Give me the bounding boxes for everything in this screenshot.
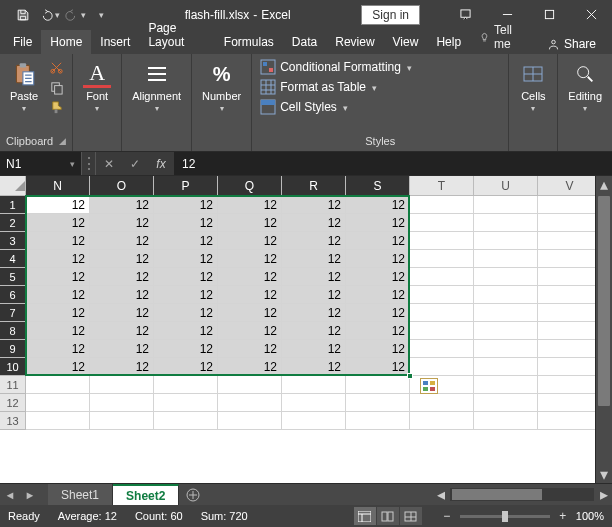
cell[interactable]: 12 <box>346 358 410 376</box>
copy-icon[interactable] <box>46 78 66 96</box>
cell[interactable] <box>538 250 595 268</box>
conditional-formatting-button[interactable]: Conditional Formatting <box>258 58 414 76</box>
cell[interactable] <box>538 376 595 394</box>
scroll-right-icon[interactable]: ▸ <box>595 485 612 504</box>
cell[interactable] <box>154 376 218 394</box>
redo-icon[interactable] <box>62 4 88 26</box>
cell[interactable] <box>474 286 538 304</box>
cell[interactable] <box>474 322 538 340</box>
cell[interactable]: 12 <box>346 304 410 322</box>
cell[interactable] <box>410 412 474 430</box>
cell[interactable]: 12 <box>346 286 410 304</box>
zoom-slider[interactable] <box>460 515 550 518</box>
row-header[interactable]: 11 <box>0 376 26 394</box>
cancel-formula-icon[interactable]: ✕ <box>96 157 122 171</box>
cell[interactable]: 12 <box>218 232 282 250</box>
cell[interactable] <box>346 376 410 394</box>
cell[interactable] <box>474 376 538 394</box>
clipboard-launcher-icon[interactable]: ◢ <box>59 136 66 146</box>
cell[interactable]: 12 <box>26 196 90 214</box>
tab-data[interactable]: Data <box>283 30 326 54</box>
select-all-corner[interactable] <box>0 176 26 196</box>
cell[interactable]: 12 <box>282 268 346 286</box>
cell[interactable] <box>474 214 538 232</box>
tab-insert[interactable]: Insert <box>91 30 139 54</box>
tab-page-layout[interactable]: Page Layout <box>139 16 214 54</box>
cell[interactable] <box>474 358 538 376</box>
cell[interactable] <box>538 268 595 286</box>
cell[interactable] <box>538 214 595 232</box>
editing-button[interactable]: Editing ▾ <box>564 58 606 115</box>
cell[interactable] <box>346 412 410 430</box>
hscroll-thumb[interactable] <box>452 489 542 500</box>
cell[interactable] <box>538 286 595 304</box>
vscroll-thumb[interactable] <box>598 196 610 406</box>
row-header[interactable]: 5 <box>0 268 26 286</box>
cell[interactable] <box>410 322 474 340</box>
cell[interactable] <box>474 268 538 286</box>
cell[interactable]: 12 <box>346 250 410 268</box>
cell[interactable] <box>410 214 474 232</box>
cell[interactable]: 12 <box>154 196 218 214</box>
cell[interactable] <box>410 196 474 214</box>
cell[interactable]: 12 <box>154 286 218 304</box>
cell[interactable] <box>474 412 538 430</box>
cell[interactable]: 12 <box>90 250 154 268</box>
col-header[interactable]: T <box>410 176 474 196</box>
cell[interactable]: 12 <box>218 268 282 286</box>
cell[interactable] <box>538 394 595 412</box>
qat-customize-icon[interactable]: ▾ <box>88 4 114 26</box>
sheet-tab-sheet1[interactable]: Sheet1 <box>48 484 113 505</box>
cell[interactable] <box>154 412 218 430</box>
cell[interactable] <box>282 376 346 394</box>
namebox-resize[interactable]: ⋮ <box>82 152 96 175</box>
zoom-out-icon[interactable]: − <box>440 509 454 523</box>
enter-formula-icon[interactable]: ✓ <box>122 157 148 171</box>
cell[interactable]: 12 <box>26 322 90 340</box>
row-header[interactable]: 10 <box>0 358 26 376</box>
cell[interactable] <box>410 358 474 376</box>
cell[interactable] <box>26 394 90 412</box>
cell[interactable]: 12 <box>154 304 218 322</box>
cell[interactable]: 12 <box>346 232 410 250</box>
format-painter-icon[interactable] <box>46 98 66 116</box>
cell-styles-button[interactable]: Cell Styles <box>258 98 414 116</box>
sheet-nav-prev-icon[interactable]: ◄ <box>0 489 20 501</box>
row-header[interactable]: 4 <box>0 250 26 268</box>
cell[interactable]: 12 <box>282 250 346 268</box>
cell[interactable]: 12 <box>26 232 90 250</box>
cell[interactable] <box>90 394 154 412</box>
sheet-tab-sheet2[interactable]: Sheet2 <box>113 484 179 505</box>
horizontal-scrollbar[interactable]: ◂ ▸ <box>432 484 612 505</box>
share-button[interactable]: Share <box>535 37 608 54</box>
zoom-value[interactable]: 100% <box>576 510 604 522</box>
scroll-left-icon[interactable]: ◂ <box>432 485 449 504</box>
cell[interactable] <box>410 250 474 268</box>
cell[interactable]: 12 <box>218 304 282 322</box>
cell[interactable]: 12 <box>90 358 154 376</box>
row-header[interactable]: 7 <box>0 304 26 322</box>
cell[interactable] <box>474 196 538 214</box>
cell[interactable] <box>410 286 474 304</box>
cell[interactable]: 12 <box>90 322 154 340</box>
col-header[interactable]: P <box>154 176 218 196</box>
name-box[interactable]: N1 ▾ <box>0 152 82 175</box>
page-layout-view-icon[interactable] <box>377 507 399 525</box>
col-header[interactable]: N <box>26 176 90 196</box>
col-header[interactable]: O <box>90 176 154 196</box>
cell[interactable]: 12 <box>282 286 346 304</box>
cell[interactable]: 12 <box>154 358 218 376</box>
cut-icon[interactable] <box>46 58 66 76</box>
cell[interactable] <box>218 376 282 394</box>
cell[interactable]: 12 <box>218 322 282 340</box>
cell[interactable] <box>474 232 538 250</box>
cell[interactable] <box>218 394 282 412</box>
vertical-scrollbar[interactable]: ▴ ▾ <box>595 176 612 483</box>
cell[interactable]: 12 <box>90 340 154 358</box>
scroll-up-icon[interactable]: ▴ <box>596 176 612 193</box>
undo-icon[interactable] <box>36 4 62 26</box>
tell-me[interactable]: Tell me <box>470 23 535 54</box>
cell[interactable]: 12 <box>90 196 154 214</box>
cell[interactable] <box>90 412 154 430</box>
zoom-thumb[interactable] <box>502 511 508 522</box>
